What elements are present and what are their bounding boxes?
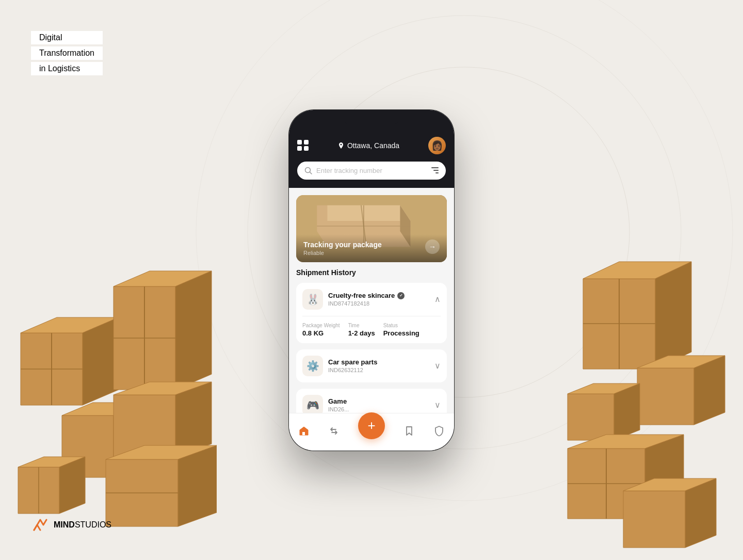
user-avatar[interactable]: 👩🏾 xyxy=(428,137,446,154)
svg-marker-11 xyxy=(18,467,59,514)
svg-marker-24 xyxy=(106,445,217,459)
location-text: Ottawa, Canada xyxy=(347,141,399,150)
svg-marker-9 xyxy=(62,403,144,415)
svg-rect-55 xyxy=(302,432,305,435)
card-id-skincare: IND8747182418 xyxy=(328,300,429,307)
app-header: Ottawa, Canada 👩🏾 xyxy=(289,133,454,162)
phone-screen: Ottawa, Canada 👩🏾 Enter tracking number xyxy=(289,110,454,451)
svg-marker-4 xyxy=(21,317,119,333)
home-icon xyxy=(298,425,310,437)
svg-marker-12 xyxy=(18,457,85,467)
svg-marker-13 xyxy=(59,457,85,514)
svg-marker-17 xyxy=(175,271,212,390)
bottom-nav: + xyxy=(289,413,454,451)
svg-marker-39 xyxy=(568,435,684,449)
headline-line2: Transformation xyxy=(31,46,103,60)
svg-marker-22 xyxy=(175,382,212,457)
nav-shield[interactable] xyxy=(433,425,445,437)
svg-marker-3 xyxy=(21,333,83,405)
svg-marker-15 xyxy=(114,286,175,390)
svg-marker-45 xyxy=(685,478,716,548)
card-title-skincare: Cruelty-free skincare ✓ xyxy=(328,292,429,299)
headline-line1: Digital xyxy=(31,31,103,44)
svg-marker-5 xyxy=(83,317,119,405)
svg-marker-38 xyxy=(568,449,645,519)
grid-menu-icon[interactable] xyxy=(297,140,309,151)
nav-returns[interactable] xyxy=(328,425,340,437)
filter-icon[interactable] xyxy=(431,167,439,173)
shield-icon xyxy=(433,425,445,437)
card-title-car: Car spare parts xyxy=(328,358,429,366)
card-info-car: Car spare parts IND62632112 xyxy=(328,358,429,373)
shipment-history-heading: Shipment History xyxy=(296,268,447,277)
headline-line3: in Logistics xyxy=(31,62,103,75)
logo: MINDSTUDIOS xyxy=(31,516,111,534)
boxes-right-decoration xyxy=(547,225,743,560)
svg-marker-29 xyxy=(655,262,691,369)
svg-marker-27 xyxy=(583,279,655,369)
logo-brand: MIND xyxy=(54,520,75,529)
location-badge[interactable]: Ottawa, Canada xyxy=(337,141,399,150)
chevron-down-icon-game[interactable]: ∨ xyxy=(434,400,441,410)
phone-mockup: Ottawa, Canada 👩🏾 Enter tracking number xyxy=(289,110,454,451)
svg-marker-32 xyxy=(637,368,694,425)
card-id-game: IND26... xyxy=(328,406,429,412)
returns-icon xyxy=(328,425,340,437)
verified-icon: ✓ xyxy=(397,292,405,299)
svg-marker-16 xyxy=(114,271,212,286)
mindstudios-logo-icon xyxy=(31,516,50,534)
logo-text: MINDSTUDIOS xyxy=(54,520,111,530)
svg-marker-40 xyxy=(645,435,684,519)
card-header-skincare: 🐰 Cruelty-free skincare ✓ IND8747182418 … xyxy=(302,289,441,310)
svg-point-2 xyxy=(196,0,733,501)
headline-section: Digital Transformation in Logistics xyxy=(31,31,103,77)
svg-marker-8 xyxy=(62,415,114,477)
phone-body: Ottawa, Canada 👩🏾 Enter tracking number xyxy=(289,110,454,451)
svg-marker-35 xyxy=(568,394,614,440)
svg-line-47 xyxy=(310,172,312,174)
search-bar[interactable]: Enter tracking number xyxy=(297,162,446,180)
svg-marker-33 xyxy=(637,356,725,368)
svg-marker-20 xyxy=(114,395,175,457)
shipment-card-car[interactable]: ⚙️ Car spare parts IND62632112 ∨ xyxy=(296,349,447,382)
boxes-left-decoration xyxy=(0,199,217,560)
logo-rest: STUDIOS xyxy=(75,520,111,529)
card-info-skincare: Cruelty-free skincare ✓ IND8747182418 xyxy=(328,292,429,307)
search-placeholder: Enter tracking number xyxy=(316,167,427,174)
card-icon-skincare: 🐰 xyxy=(302,289,323,310)
detail-status: Status Processing xyxy=(383,323,419,337)
package-banner[interactable]: Tracking your package Reliable → xyxy=(296,195,447,262)
svg-marker-44 xyxy=(623,478,716,491)
shipment-card-game[interactable]: 🎮 Game IND26... ∨ xyxy=(296,389,447,413)
nav-add[interactable]: + xyxy=(358,418,385,444)
search-icon xyxy=(304,167,312,174)
svg-marker-43 xyxy=(623,491,685,548)
nav-home[interactable] xyxy=(298,425,310,437)
svg-marker-21 xyxy=(114,382,212,395)
fab-plus-label: + xyxy=(367,418,375,434)
banner-title: Tracking your package xyxy=(303,241,440,249)
nav-bookmarks[interactable] xyxy=(403,425,415,437)
card-icon-game: 🎮 xyxy=(302,395,323,413)
shipment-card-skincare[interactable]: 🐰 Cruelty-free skincare ✓ IND8747182418 … xyxy=(296,283,447,343)
svg-marker-10 xyxy=(114,403,144,477)
search-area: Enter tracking number xyxy=(289,162,454,188)
card-header-game: 🎮 Game IND26... ∨ xyxy=(302,395,441,413)
svg-marker-50 xyxy=(327,205,410,220)
card-details-skincare: Package Weight 0.8 KG Time 1-2 days Stat… xyxy=(302,316,441,337)
fab-add-button[interactable]: + xyxy=(358,412,385,439)
card-title-game: Game xyxy=(328,397,429,405)
banner-overlay: Tracking your package Reliable xyxy=(296,234,447,262)
detail-weight: Package Weight 0.8 KG xyxy=(302,323,340,337)
svg-marker-23 xyxy=(106,459,178,526)
card-info-game: Game IND26... xyxy=(328,397,429,412)
svg-marker-34 xyxy=(694,356,725,425)
chevron-down-icon-car[interactable]: ∨ xyxy=(434,361,441,371)
svg-marker-28 xyxy=(583,262,691,279)
svg-marker-37 xyxy=(614,383,640,440)
detail-time: Time 1-2 days xyxy=(348,323,375,337)
banner-arrow-button[interactable]: → xyxy=(425,239,440,254)
chevron-up-icon[interactable]: ∧ xyxy=(434,294,441,304)
bookmark-icon xyxy=(403,425,415,437)
scroll-content: Tracking your package Reliable → Shipmen… xyxy=(289,188,454,413)
